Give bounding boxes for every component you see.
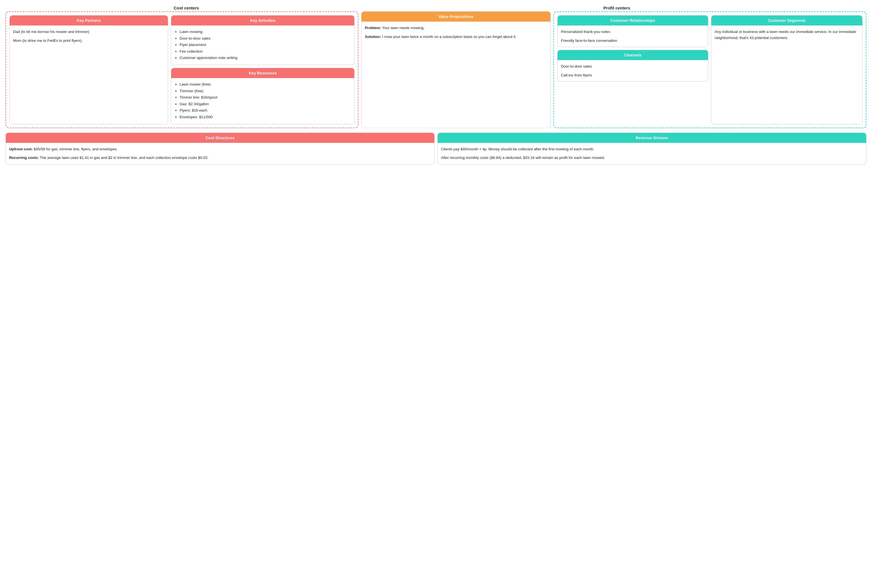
key-activities-list: Lawn mowing Door-to-door sales Flyer pla… [174,29,351,61]
channels-item-2: Call-ins from flyers [561,72,705,78]
channels-body: Door-to-door sales Call-ins from flyers [558,60,708,81]
recurring-label: Recurring costs: [9,156,39,160]
key-activities-header: Key Activities [171,15,354,26]
value-propositions-header: Value Propositions [361,12,550,22]
cost-structures-recurring: Recurring costs: The average lawn uses $… [9,155,431,161]
cost-structures-body: Upfront cost: $45/58 for gas, trimmer li… [6,143,434,164]
profit-centers-label: Profit centers [367,6,866,10]
cost-structures-upfront: Upfront cost: $45/58 for gas, trimmer li… [9,146,431,152]
key-activities-card: Key Activities Lawn mowing Door-to-door … [171,15,355,65]
channels-header: Channels [558,50,708,60]
cust-rel-item-2: Friendly face-to-face conversation [561,38,705,44]
customer-segments-header: Customer Segments [711,15,862,26]
problem-label: Problem: [365,26,381,30]
key-resources-item-3: Timmer line: $16/spool [179,94,351,100]
key-activities-item-3: Flyer placement [179,42,351,48]
value-propositions-card: Value Propositions Problem: Your lawn ne… [361,11,551,128]
revenue-streams-header: Revenue Streams [438,133,866,143]
value-prop-problem: Problem: Your lawn needs mowing. [365,25,547,31]
key-activities-item-4: Fee collection [179,48,351,54]
cost-section: Key Partners Dad (to let me borrow his m… [6,11,358,128]
revenue-streams-line2: After recurring monthly costs ($6.84) a … [441,155,863,161]
key-partners-line1: Dad (to let me borrow his mower and trim… [13,29,165,35]
key-partners-line2: Mom (to drive me to FedEx to print flyer… [13,38,165,44]
upfront-text: $45/58 for gas, trimmer line, flyers, an… [33,147,118,151]
customer-segments-text: Any individual or business with a lawn n… [715,29,859,41]
profit-section: Customer Relationships Personalized than… [553,11,866,128]
customer-rel-col: Customer Relationships Personalized than… [557,15,708,124]
value-prop-solution: Solution: I mow your lawn twice a month … [365,34,547,40]
key-activities-body: Lawn mowing Door-to-door sales Flyer pla… [171,26,354,65]
cust-rel-item-1: Personalized thank-you notes [561,29,705,35]
key-activities-item-1: Lawn mowing [179,29,351,35]
cost-centers-label: Cost centers [6,6,367,10]
cost-structures-card: Cost Structures Upfront cost: $45/58 for… [6,133,434,165]
key-resources-item-4: Gas: $2.34/gallon [179,101,351,107]
key-partners-body: Dad (to let me borrow his mower and trim… [10,26,168,124]
solution-text: I mow your lawn twice a month on a subsc… [381,34,517,39]
key-resources-header: Key Resources [171,68,354,78]
key-resources-item-1: Lawn mower (free) [179,81,351,87]
upfront-label: Upfront cost: [9,147,33,151]
key-partners-card: Key Partners Dad (to let me borrow his m… [9,15,168,124]
main-grid: Key Partners Dad (to let me borrow his m… [6,11,866,128]
customer-relationships-card: Customer Relationships Personalized than… [557,15,708,47]
bottom-grid: Cost Structures Upfront cost: $45/58 for… [6,133,866,165]
channels-card: Channels Door-to-door sales Call-ins fro… [557,50,708,82]
customer-segments-card: Customer Segments Any individual or busi… [711,15,863,124]
solution-label: Solution: [365,34,381,39]
key-resources-item-6: Envelopes: $11/500 [179,114,351,120]
channels-item-1: Door-to-door sales [561,63,705,69]
key-resources-item-5: Flyers: $16 each [179,107,351,114]
revenue-streams-line1: Clients pay $40/month + tip. Money shoul… [441,146,863,152]
revenue-streams-body: Clients pay $40/month + tip. Money shoul… [438,143,866,164]
customer-relationships-header: Customer Relationships [558,15,708,26]
key-resources-body: Lawn mower (free) Trimmer (free) Timmer … [171,78,354,124]
key-resources-list: Lawn mower (free) Trimmer (free) Timmer … [174,81,351,120]
customer-relationships-body: Personalized thank-you notes Friendly fa… [558,26,708,47]
key-partners-header: Key Partners [10,15,168,26]
value-propositions-body: Problem: Your lawn needs mowing. Solutio… [361,22,550,128]
recurring-text: The average lawn uses $1.41 in gas and $… [39,156,208,160]
section-labels: Cost centers Profit centers [6,6,866,10]
problem-text: Your lawn needs mowing. [381,26,425,30]
key-resources-card: Key Resources Lawn mower (free) Trimmer … [171,68,355,124]
key-resources-item-2: Trimmer (free) [179,88,351,94]
key-activities-item-5: Customer appreciation note writing [179,55,351,61]
key-activities-col: Key Activities Lawn mowing Door-to-door … [171,15,355,124]
revenue-streams-card: Revenue Streams Clients pay $40/month + … [438,133,866,165]
customer-segments-body: Any individual or business with a lawn n… [711,26,862,124]
key-activities-item-2: Door-to-door sales [179,35,351,42]
cost-structures-header: Cost Structures [6,133,434,143]
